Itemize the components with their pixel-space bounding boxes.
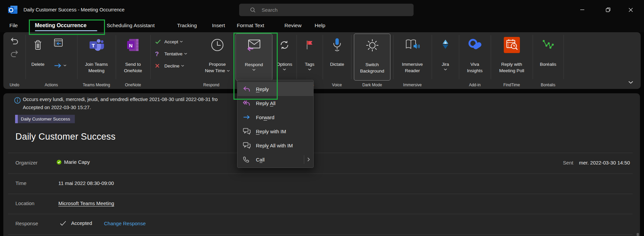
- microphone-icon: [332, 35, 342, 55]
- close-button[interactable]: [623, 0, 638, 19]
- location-label: Location: [15, 200, 35, 206]
- meeting-title: Daily Customer Success: [15, 132, 116, 142]
- immersive-reader-button[interactable]: Immersive Reader: [394, 34, 431, 81]
- category-tag: Daily Customer Success: [15, 115, 75, 123]
- tentative-label: Tentative: [164, 51, 182, 56]
- group-label-teams-meeting: Teams Meeting: [77, 83, 116, 87]
- respond-dropdown-menu: Reply Reply All Forward: [237, 80, 314, 168]
- move-to-calendar-button[interactable]: [51, 36, 66, 50]
- join-teams-meeting-button[interactable]: T Join Teams Meeting: [78, 34, 114, 81]
- borealis-button[interactable]: Boréalis: [533, 34, 564, 81]
- row-divider: [8, 174, 633, 174]
- restore-button[interactable]: [600, 0, 616, 19]
- flag-icon: [306, 35, 314, 55]
- tab-format-text[interactable]: Format Text: [237, 19, 264, 32]
- tentative-question-icon: ?: [155, 51, 164, 57]
- group-label-undo: Undo: [3, 83, 25, 87]
- tab-insert[interactable]: Insert: [212, 19, 225, 32]
- reply-icon: [243, 86, 252, 92]
- chevron-down-icon: [252, 69, 256, 71]
- organizer-person[interactable]: Marie Capy: [56, 159, 90, 165]
- group-divider: [564, 35, 564, 79]
- tab-help[interactable]: Help: [315, 19, 325, 32]
- accept-label: Accept: [164, 39, 178, 44]
- respond-button[interactable]: Respond: [235, 34, 272, 81]
- tab-review[interactable]: Review: [284, 19, 302, 32]
- close-icon: [629, 8, 633, 12]
- minimize-button[interactable]: [575, 0, 590, 19]
- undo-button[interactable]: [7, 36, 21, 47]
- active-tab-underline: [35, 30, 97, 31]
- undo-icon: [9, 37, 19, 45]
- dictate-button[interactable]: Dictate: [325, 34, 349, 81]
- switch-background-button[interactable]: Switch Background: [354, 34, 390, 81]
- dictate-label: Dictate: [330, 61, 344, 67]
- viva-insights-label-2: Insights: [467, 67, 483, 74]
- tentative-button[interactable]: ? Tentative: [155, 48, 202, 60]
- ribbon: Undo Delete: [3, 32, 641, 89]
- sent-value: mer. 2022-03-30 14:50: [579, 160, 630, 166]
- search-input[interactable]: [261, 7, 390, 13]
- menu-item-forward[interactable]: Forward: [237, 110, 313, 124]
- accept-button[interactable]: Accept: [155, 36, 202, 48]
- minimize-icon: [580, 9, 584, 10]
- group-voice: Dictate Voice: [323, 32, 351, 89]
- options-button[interactable]: Options: [274, 34, 294, 81]
- menu-item-call[interactable]: Call: [237, 152, 313, 167]
- time-label: Time: [15, 180, 26, 186]
- teams-icon: T: [89, 35, 104, 55]
- menu-item-reply-with-im[interactable]: Reply with IM: [237, 124, 313, 138]
- respond-envelope-icon: [246, 35, 262, 56]
- group-immersive: Immersive Reader Immersive: [393, 32, 432, 89]
- menu-item-reply-all[interactable]: Reply All: [237, 96, 313, 110]
- tab-file[interactable]: File: [9, 19, 18, 32]
- decline-label: Decline: [164, 63, 179, 68]
- chevron-down-icon: [227, 70, 230, 72]
- submenu-chevron-right-icon: [307, 157, 310, 161]
- send-onenote-label-2: OneNote: [124, 67, 142, 74]
- viva-insights-label-1: Viva: [470, 61, 479, 67]
- meeting-pane: Occurs every lundi, mercredi, jeudi, and…: [3, 93, 640, 236]
- search-icon: [250, 7, 256, 13]
- menu-item-reply-all-with-im[interactable]: Reply All with IM: [237, 138, 313, 152]
- jira-button[interactable]: Jira: [434, 34, 457, 81]
- delete-label: Delete: [31, 61, 44, 67]
- scrollbar-thumb[interactable]: [637, 233, 639, 236]
- reply-all-icon: [243, 100, 252, 106]
- borealis-label: Boréalis: [540, 61, 556, 67]
- respond-label: Respond: [245, 61, 263, 68]
- reply-with-meeting-poll-button[interactable]: Reply with Meeting Poll: [491, 34, 532, 81]
- menu-item-reply[interactable]: Reply: [237, 82, 313, 96]
- accepted-info: Accepted on 2022-03-30 15:27.: [23, 105, 91, 110]
- recurrence-info: Occurs every lundi, mercredi, jeudi, and…: [23, 97, 218, 102]
- delete-button[interactable]: Delete: [27, 34, 49, 81]
- propose-new-time-button[interactable]: Propose New Time: [201, 34, 234, 81]
- group-dark-mode: Switch Background Dark Mode: [351, 32, 393, 89]
- decline-button[interactable]: Decline: [155, 60, 202, 72]
- redo-button[interactable]: [7, 48, 21, 60]
- forward-action-button[interactable]: [50, 60, 70, 70]
- sync-icon: [279, 35, 289, 55]
- rsvp-stack: Accept ? Tentative Decline: [155, 36, 202, 72]
- group-actions: Delete Actions: [25, 32, 77, 89]
- search-box[interactable]: [239, 4, 414, 16]
- group-borealis: Boréalis Boréalis: [533, 32, 564, 89]
- tab-scheduling-assistant[interactable]: Scheduling Assistant: [107, 19, 155, 32]
- decline-x-icon: [155, 63, 164, 68]
- row-divider: [8, 194, 633, 194]
- accept-check-icon: [155, 39, 164, 44]
- tab-tracking[interactable]: Tracking: [177, 19, 197, 32]
- viva-insights-button[interactable]: Viva Insights: [459, 34, 491, 81]
- change-response-link[interactable]: Change Response: [104, 221, 146, 226]
- send-to-onenote-button[interactable]: N Send to OneNote: [117, 34, 149, 81]
- redo-icon: [9, 50, 19, 58]
- tags-button[interactable]: Tags: [299, 34, 320, 81]
- join-teams-label-1: Join Teams: [85, 61, 108, 67]
- category-color-bar: [15, 115, 18, 123]
- title-bar: Daily Customer Success - Meeting Occurre…: [0, 0, 644, 19]
- collapse-ribbon-button[interactable]: [626, 79, 636, 86]
- group-label-immersive: Immersive: [393, 83, 432, 87]
- organizer-label: Organizer: [15, 160, 38, 166]
- location-link[interactable]: Microsoft Teams Meeting: [58, 200, 114, 206]
- onenote-icon: N: [126, 35, 140, 55]
